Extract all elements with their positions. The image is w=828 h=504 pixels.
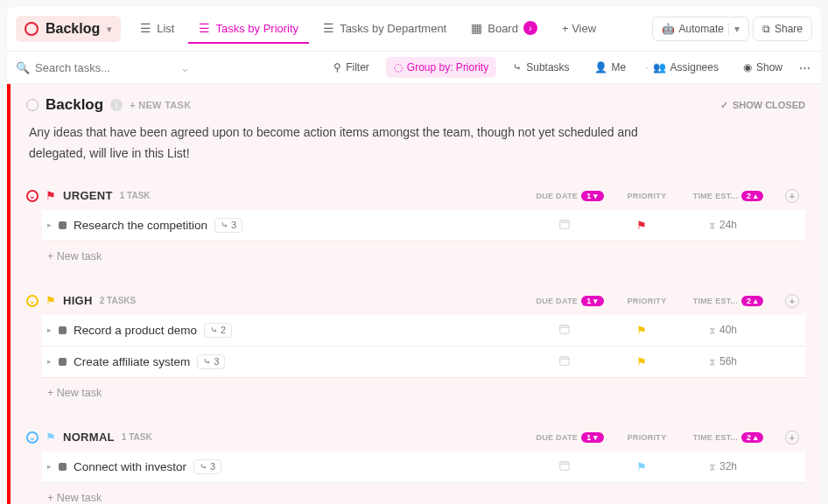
info-icon[interactable]: i <box>110 99 123 111</box>
list-selector[interactable]: Backlog ▾ <box>16 16 121 42</box>
calendar-icon <box>558 323 571 335</box>
sort-badge: 1 ▾ <box>581 432 603 443</box>
col-priority[interactable]: PRIORITY <box>616 192 677 200</box>
hourglass-icon: ⧗ <box>709 325 716 336</box>
chevron-down-icon[interactable]: ⌄ <box>180 61 190 74</box>
col-due-date[interactable]: DUE DATE1 ▾ <box>530 191 609 201</box>
search-wrap[interactable]: 🔍 ⌄ <box>16 61 191 74</box>
col-due-date[interactable]: DUE DATE1 ▾ <box>530 432 609 443</box>
group-icon: ◌ <box>394 61 403 74</box>
group-header: ⌄ ⚑ URGENT 1 TASK DUE DATE1 ▾ PRIORITY T… <box>26 186 805 210</box>
task-row[interactable]: ▸ Create affiliate system ⤷3 ⚑ ⧗56h <box>42 346 805 378</box>
view-tab-tasks-priority[interactable]: ☰ Tasks by Priority <box>188 14 309 44</box>
expand-icon[interactable]: ▸ <box>47 326 52 334</box>
flag-icon: ⚑ <box>46 294 56 307</box>
me-button[interactable]: 👤 Me <box>586 57 635 78</box>
more-menu[interactable]: ⋯ <box>799 61 812 74</box>
new-task-button[interactable]: + New task <box>42 242 805 271</box>
assignees-button[interactable]: · 👥 Assignees <box>637 57 726 78</box>
subtask-count[interactable]: ⤷2 <box>204 323 232 338</box>
automate-button[interactable]: 🤖 Automate ▾ <box>652 17 749 41</box>
col-time-estimate[interactable]: TIME EST...2 ▴ <box>684 296 772 306</box>
time-estimate-cell[interactable]: ⧗40h <box>679 324 767 336</box>
new-task-button[interactable]: + New task <box>42 483 805 504</box>
sort-badge: 2 ▴ <box>741 191 763 201</box>
svg-rect-3 <box>560 462 570 470</box>
new-task-header-button[interactable]: + NEW TASK <box>130 100 191 110</box>
subtask-count[interactable]: ⤷3 <box>214 218 242 233</box>
share-label: Share <box>775 23 803 35</box>
robot-icon: 🤖 <box>662 23 675 35</box>
status-square[interactable] <box>59 463 67 471</box>
expand-icon[interactable]: ▸ <box>47 357 52 366</box>
task-row[interactable]: ▸ Record a product demo ⤷2 ⚑ ⧗40h <box>42 315 805 346</box>
col-priority[interactable]: PRIORITY <box>616 433 677 442</box>
show-button[interactable]: ◉ Show <box>735 57 790 78</box>
time-estimate-cell[interactable]: ⧗24h <box>679 219 767 231</box>
due-date-cell[interactable] <box>525 323 604 338</box>
brand-title: Backlog <box>46 21 100 37</box>
due-date-cell[interactable] <box>525 459 604 474</box>
view-label: List <box>157 22 174 35</box>
status-square[interactable] <box>59 326 67 334</box>
share-icon: ⧉ <box>762 23 770 35</box>
show-closed-button[interactable]: ✓ SHOW CLOSED <box>720 100 805 111</box>
col-time-estimate[interactable]: TIME EST...2 ▴ <box>684 191 772 201</box>
search-input[interactable] <box>35 61 140 74</box>
priority-cell[interactable]: ⚑ <box>611 460 672 473</box>
view-label: Tasks by Priority <box>215 22 298 35</box>
sort-badge: 2 ▴ <box>741 432 763 443</box>
collapse-group-icon[interactable]: ⌄ <box>26 295 39 307</box>
view-label: + View <box>562 22 596 35</box>
chevron-down-icon: ▾ <box>728 23 740 35</box>
view-tab-list[interactable]: ☰ List <box>130 14 185 44</box>
view-label: Tasks by Department <box>340 22 446 35</box>
calendar-icon <box>558 218 571 230</box>
collapse-group-icon[interactable]: ⌄ <box>26 190 39 202</box>
groupby-button[interactable]: ◌ Group by: Priority <box>386 57 496 78</box>
col-time-estimate[interactable]: TIME EST...2 ▴ <box>684 432 772 443</box>
collapse-icon[interactable] <box>26 99 39 111</box>
priority-cell[interactable]: ⚑ <box>611 324 672 337</box>
status-square[interactable] <box>59 358 67 366</box>
subtasks-button[interactable]: ⤷ Subtasks <box>505 57 577 78</box>
svg-rect-0 <box>560 220 570 228</box>
filter-button[interactable]: ⚲ Filter <box>326 57 377 78</box>
share-button[interactable]: ⧉ Share <box>753 17 812 41</box>
add-column-button[interactable]: + <box>785 430 799 444</box>
priority-cell[interactable]: ⚑ <box>611 219 672 232</box>
sort-badge: 1 ▾ <box>581 191 603 201</box>
check-icon: ✓ <box>720 100 728 111</box>
expand-icon[interactable]: ▸ <box>47 220 52 229</box>
col-due-date[interactable]: DUE DATE1 ▾ <box>530 296 609 306</box>
view-tab-board[interactable]: ▦ Board › <box>460 14 548 44</box>
list-icon: ☰ <box>199 21 210 35</box>
expand-icon[interactable]: ▸ <box>47 462 52 471</box>
filter-bar: 🔍 ⌄ ⚲ Filter ◌ Group by: Priority ⤷ Subt… <box>7 52 821 84</box>
time-estimate-cell[interactable]: ⧗32h <box>679 460 767 472</box>
time-estimate-cell[interactable]: ⧗56h <box>679 355 767 368</box>
topbar: Backlog ▾ ☰ List ☰ Tasks by Priority ☰ T… <box>7 7 821 52</box>
add-column-button[interactable]: + <box>785 294 799 308</box>
subtask-count[interactable]: ⤷3 <box>197 354 225 369</box>
add-view-button[interactable]: + View <box>551 15 607 44</box>
view-tab-tasks-department[interactable]: ☰ Tasks by Department <box>312 14 457 44</box>
task-row[interactable]: ▸ Connect with investor ⤷3 ⚑ ⧗32h <box>42 452 805 483</box>
svg-rect-1 <box>560 326 570 333</box>
task-title: Create affiliate system <box>74 355 190 368</box>
status-square[interactable] <box>59 221 67 229</box>
task-row[interactable]: ▸ Research the competition ⤷3 ⚑ ⧗24h <box>42 210 805 242</box>
add-column-button[interactable]: + <box>785 189 799 203</box>
due-date-cell[interactable] <box>525 218 604 233</box>
due-date-cell[interactable] <box>525 354 604 369</box>
show-closed-label: SHOW CLOSED <box>733 100 805 110</box>
calendar-icon <box>558 354 571 367</box>
people-icon: 👥 <box>653 61 666 74</box>
subtask-count[interactable]: ⤷3 <box>193 459 221 474</box>
new-task-button[interactable]: + New task <box>42 378 805 408</box>
col-priority[interactable]: PRIORITY <box>616 297 677 305</box>
subtask-icon: ⤷ <box>200 461 207 472</box>
collapse-group-icon[interactable]: ⌄ <box>26 431 39 444</box>
hourglass-icon: ⧗ <box>709 220 716 231</box>
priority-cell[interactable]: ⚑ <box>611 355 672 368</box>
